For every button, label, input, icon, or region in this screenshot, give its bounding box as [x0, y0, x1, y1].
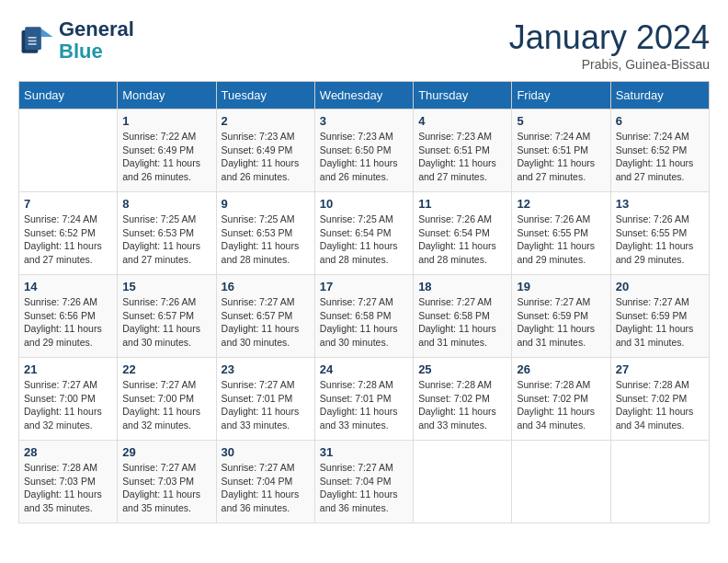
sunrise: Sunrise: 7:28 AM: [24, 461, 112, 475]
sunrise: Sunrise: 7:26 AM: [616, 213, 704, 226]
sunrise: Sunrise: 7:27 AM: [517, 295, 605, 309]
calendar-header-row: Sunday Monday Tuesday Wednesday Thursday…: [19, 82, 710, 109]
sunrise: Sunrise: 7:27 AM: [24, 378, 112, 392]
sunrise: Sunrise: 7:26 AM: [122, 295, 210, 309]
table-row: 12 Sunrise: 7:26 AM Sunset: 6:55 PM Dayl…: [512, 192, 610, 275]
sunset: Sunset: 7:00 PM: [24, 392, 112, 406]
daylight: Daylight: 11 hours and 28 minutes.: [418, 239, 506, 266]
sunset: Sunset: 7:03 PM: [24, 475, 112, 488]
table-row: 26 Sunrise: 7:28 AM Sunset: 7:02 PM Dayl…: [512, 358, 610, 441]
sunset: Sunset: 6:53 PM: [122, 226, 210, 240]
cell-info: Sunrise: 7:24 AM Sunset: 6:52 PM Dayligh…: [24, 213, 112, 267]
col-wednesday: Wednesday: [314, 82, 413, 109]
cell-info: Sunrise: 7:28 AM Sunset: 7:02 PM Dayligh…: [616, 378, 704, 432]
logo-line1: General: [59, 18, 134, 40]
table-row: 25 Sunrise: 7:28 AM Sunset: 7:02 PM Dayl…: [414, 358, 512, 441]
sunset: Sunset: 7:04 PM: [222, 475, 310, 488]
logo-line2: Blue: [59, 40, 103, 63]
daylight: Daylight: 11 hours and 27 minutes.: [418, 156, 506, 183]
sunrise: Sunrise: 7:28 AM: [616, 378, 704, 392]
table-row: 10 Sunrise: 7:25 AM Sunset: 6:54 PM Dayl…: [314, 192, 413, 275]
sunrise: Sunrise: 7:25 AM: [320, 213, 408, 226]
cell-info: Sunrise: 7:23 AM Sunset: 6:51 PM Dayligh…: [418, 130, 506, 184]
sunrise: Sunrise: 7:26 AM: [418, 213, 506, 226]
sunrise: Sunrise: 7:27 AM: [122, 461, 210, 475]
logo-icon: [18, 22, 55, 59]
day-number: 13: [616, 197, 704, 211]
cell-info: Sunrise: 7:27 AM Sunset: 6:59 PM Dayligh…: [517, 295, 605, 350]
sunrise: Sunrise: 7:27 AM: [222, 295, 310, 309]
table-row: 29 Sunrise: 7:27 AM Sunset: 7:03 PM Dayl…: [118, 441, 216, 523]
sunrise: Sunrise: 7:23 AM: [320, 130, 408, 144]
sunset: Sunset: 6:58 PM: [418, 309, 506, 323]
cell-info: Sunrise: 7:27 AM Sunset: 6:57 PM Dayligh…: [222, 295, 310, 350]
table-row: 11 Sunrise: 7:26 AM Sunset: 6:54 PM Dayl…: [414, 192, 512, 275]
day-number: 4: [418, 114, 506, 128]
sunrise: Sunrise: 7:27 AM: [122, 378, 210, 392]
daylight: Daylight: 11 hours and 34 minutes.: [616, 405, 704, 431]
daylight: Daylight: 11 hours and 27 minutes.: [517, 156, 605, 183]
sunrise: Sunrise: 7:23 AM: [418, 130, 506, 144]
calendar-week-row: 28 Sunrise: 7:28 AM Sunset: 7:03 PM Dayl…: [19, 441, 710, 523]
daylight: Daylight: 11 hours and 31 minutes.: [616, 322, 704, 349]
sunset: Sunset: 7:02 PM: [418, 392, 506, 406]
sunset: Sunset: 6:54 PM: [418, 226, 506, 240]
day-number: 6: [616, 114, 704, 128]
sunset: Sunset: 6:52 PM: [616, 144, 704, 157]
cell-info: Sunrise: 7:28 AM Sunset: 7:02 PM Dayligh…: [517, 378, 605, 432]
daylight: Daylight: 11 hours and 26 minutes.: [122, 156, 210, 183]
table-row: 31 Sunrise: 7:27 AM Sunset: 7:04 PM Dayl…: [314, 441, 413, 523]
sunrise: Sunrise: 7:25 AM: [122, 213, 210, 226]
day-number: 1: [122, 114, 210, 128]
cell-info: Sunrise: 7:25 AM Sunset: 6:53 PM Dayligh…: [122, 213, 210, 267]
sunrise: Sunrise: 7:27 AM: [222, 378, 310, 392]
sunrise: Sunrise: 7:27 AM: [616, 295, 704, 309]
svg-rect-4: [28, 37, 37, 39]
table-row: 15 Sunrise: 7:26 AM Sunset: 6:57 PM Dayl…: [118, 275, 216, 358]
sunset: Sunset: 6:51 PM: [517, 144, 605, 157]
col-thursday: Thursday: [414, 82, 512, 109]
col-monday: Monday: [118, 82, 216, 109]
day-number: 10: [320, 197, 408, 211]
daylight: Daylight: 11 hours and 28 minutes.: [222, 239, 310, 266]
daylight: Daylight: 11 hours and 32 minutes.: [122, 405, 210, 431]
cell-info: Sunrise: 7:27 AM Sunset: 7:04 PM Dayligh…: [320, 461, 408, 515]
sunrise: Sunrise: 7:27 AM: [222, 461, 310, 475]
daylight: Daylight: 11 hours and 32 minutes.: [24, 405, 112, 431]
sunrise: Sunrise: 7:28 AM: [320, 378, 408, 392]
cell-info: Sunrise: 7:28 AM Sunset: 7:03 PM Dayligh…: [24, 461, 112, 515]
daylight: Daylight: 11 hours and 30 minutes.: [320, 322, 408, 349]
day-number: 28: [24, 445, 112, 459]
sunset: Sunset: 7:01 PM: [320, 392, 408, 406]
calendar-table: Sunday Monday Tuesday Wednesday Thursday…: [18, 81, 710, 523]
day-number: 7: [24, 197, 112, 211]
table-row: [512, 441, 610, 523]
day-number: 8: [122, 197, 210, 211]
daylight: Daylight: 11 hours and 33 minutes.: [222, 405, 310, 431]
table-row: 18 Sunrise: 7:27 AM Sunset: 6:58 PM Dayl…: [414, 275, 512, 358]
cell-info: Sunrise: 7:27 AM Sunset: 6:59 PM Dayligh…: [616, 295, 704, 350]
day-number: 21: [24, 362, 112, 376]
daylight: Daylight: 11 hours and 36 minutes.: [320, 488, 408, 514]
day-number: 9: [222, 197, 310, 211]
table-row: 28 Sunrise: 7:28 AM Sunset: 7:03 PM Dayl…: [19, 441, 118, 523]
sunset: Sunset: 6:49 PM: [222, 144, 310, 157]
sunset: Sunset: 7:03 PM: [122, 475, 210, 488]
table-row: 21 Sunrise: 7:27 AM Sunset: 7:00 PM Dayl…: [19, 358, 118, 441]
cell-info: Sunrise: 7:27 AM Sunset: 6:58 PM Dayligh…: [418, 295, 506, 350]
table-row: [414, 441, 512, 523]
sunset: Sunset: 7:04 PM: [320, 475, 408, 488]
cell-info: Sunrise: 7:27 AM Sunset: 7:03 PM Dayligh…: [122, 461, 210, 515]
sunrise: Sunrise: 7:24 AM: [517, 130, 605, 144]
table-row: 6 Sunrise: 7:24 AM Sunset: 6:52 PM Dayli…: [610, 109, 709, 192]
day-number: 23: [222, 362, 310, 376]
table-row: 1 Sunrise: 7:22 AM Sunset: 6:49 PM Dayli…: [118, 109, 216, 192]
table-row: [610, 441, 709, 523]
day-number: 30: [222, 445, 310, 459]
sunrise: Sunrise: 7:25 AM: [222, 213, 310, 226]
table-row: 14 Sunrise: 7:26 AM Sunset: 6:56 PM Dayl…: [19, 275, 118, 358]
sunrise: Sunrise: 7:27 AM: [320, 295, 408, 309]
daylight: Daylight: 11 hours and 31 minutes.: [517, 322, 605, 349]
day-number: 11: [418, 197, 506, 211]
day-number: 31: [320, 445, 408, 459]
